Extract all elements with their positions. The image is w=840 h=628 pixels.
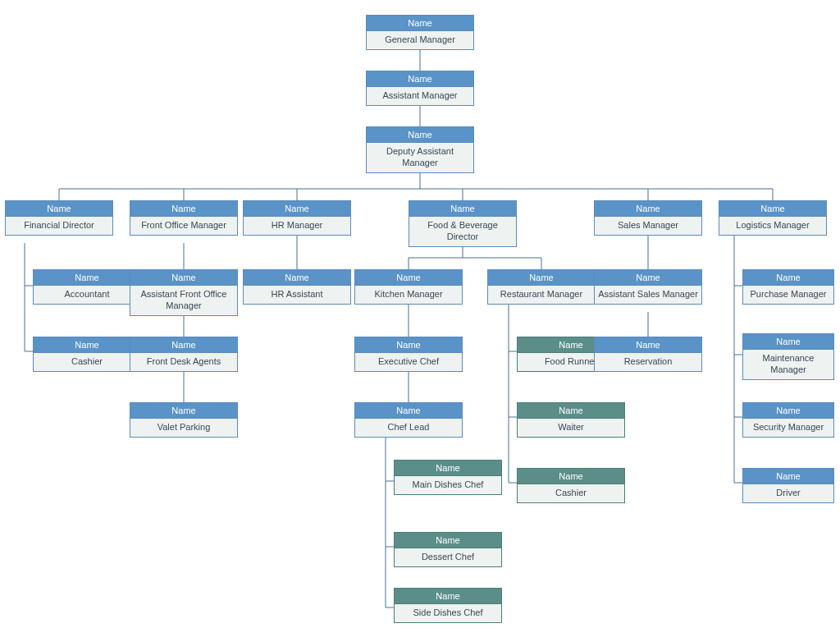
node-header: Name [34, 337, 140, 353]
node-header: Name [395, 533, 501, 548]
node-header: Name [355, 270, 462, 286]
node-side-dishes-chef: Name Side Dishes Chef [394, 588, 502, 623]
node-role: Deputy Assistant Manager [367, 143, 473, 172]
node-role: Purchase Manager [743, 286, 833, 304]
node-role: HR Assistant [244, 286, 350, 304]
node-role: Cashier [518, 484, 624, 502]
node-header: Name [130, 270, 237, 286]
node-header: Name [409, 201, 516, 217]
node-accountant: Name Accountant [33, 269, 141, 305]
node-cashier-finance: Name Cashier [33, 337, 141, 372]
node-hr-assistant: Name HR Assistant [243, 269, 351, 305]
node-header: Name [34, 270, 140, 286]
node-role: Side Dishes Chef [395, 604, 501, 622]
node-role: Restaurant Manager [488, 286, 595, 304]
node-role: Food & Beverage Director [409, 217, 516, 246]
node-header: Name [6, 201, 112, 217]
node-role: Chef Lead [355, 419, 462, 437]
node-header: Name [355, 337, 462, 353]
node-role: Valet Parking [130, 419, 237, 437]
node-sales-manager: Name Sales Manager [594, 200, 702, 236]
node-financial-director: Name Financial Director [5, 200, 113, 236]
node-header: Name [130, 201, 237, 217]
node-role: Cashier [34, 353, 140, 371]
node-header: Name [367, 71, 473, 87]
node-header: Name [743, 334, 833, 350]
node-logistics-manager: Name Logistics Manager [719, 200, 827, 236]
node-dessert-chef: Name Dessert Chef [394, 532, 502, 567]
node-header: Name [395, 589, 501, 604]
node-maintenance-manager: Name Maintenance Manager [742, 333, 834, 380]
node-header: Name [367, 127, 473, 143]
node-driver: Name Driver [742, 468, 834, 503]
node-role: HR Manager [244, 217, 350, 235]
node-header: Name [743, 270, 833, 286]
node-header: Name [518, 403, 624, 419]
node-main-dishes-chef: Name Main Dishes Chef [394, 460, 502, 495]
node-role: Reservation [595, 353, 701, 371]
node-security-manager: Name Security Manager [742, 402, 834, 438]
node-cashier-restaurant: Name Cashier [517, 468, 625, 503]
node-role: Maintenance Manager [743, 350, 833, 379]
node-role: Financial Director [6, 217, 112, 235]
node-role: Logistics Manager [719, 217, 826, 235]
node-food-beverage-director: Name Food & Beverage Director [409, 200, 517, 247]
node-valet-parking: Name Valet Parking [130, 402, 238, 438]
node-header: Name [518, 469, 624, 484]
node-header: Name [244, 270, 350, 286]
node-header: Name [595, 270, 701, 286]
node-header: Name [130, 337, 237, 353]
node-role: Waiter [518, 419, 624, 437]
node-role: Kitchen Manager [355, 286, 462, 304]
node-role: Front Office Manager [130, 217, 237, 235]
node-header: Name [395, 461, 501, 476]
node-purchase-manager: Name Purchase Manager [742, 269, 834, 305]
node-deputy-assistant-manager: Name Deputy Assistant Manager [366, 126, 474, 173]
node-role: Assistant Front Office Manager [130, 286, 237, 315]
node-role: Dessert Chef [395, 548, 501, 566]
node-kitchen-manager: Name Kitchen Manager [354, 269, 463, 305]
node-role: Main Dishes Chef [395, 476, 501, 494]
node-header: Name [743, 469, 833, 484]
node-chef-lead: Name Chef Lead [354, 402, 463, 438]
node-role: General Manager [367, 31, 473, 49]
node-header: Name [488, 270, 595, 286]
node-assistant-manager: Name Assistant Manager [366, 71, 474, 106]
node-assistant-front-office-manager: Name Assistant Front Office Manager [130, 269, 238, 316]
node-reservation: Name Reservation [594, 337, 702, 372]
node-header: Name [130, 403, 237, 419]
node-role: Front Desk Agents [130, 353, 237, 371]
node-header: Name [595, 337, 701, 353]
node-role: Accountant [34, 286, 140, 304]
node-role: Executive Chef [355, 353, 462, 371]
node-executive-chef: Name Executive Chef [354, 337, 463, 372]
node-general-manager: Name General Manager [366, 15, 474, 50]
node-header: Name [743, 403, 833, 419]
node-header: Name [355, 403, 462, 419]
node-header: Name [367, 16, 473, 31]
node-assistant-sales-manager: Name Assistant Sales Manager [594, 269, 702, 305]
node-role: Security Manager [743, 419, 833, 437]
node-role: Assistant Sales Manager [595, 286, 701, 304]
node-header: Name [595, 201, 701, 217]
node-role: Assistant Manager [367, 87, 473, 105]
node-restaurant-manager: Name Restaurant Manager [487, 269, 596, 305]
node-front-office-manager: Name Front Office Manager [130, 200, 238, 236]
node-role: Driver [743, 484, 833, 502]
node-waiter: Name Waiter [517, 402, 625, 438]
node-front-desk-agents: Name Front Desk Agents [130, 337, 238, 372]
node-hr-manager: Name HR Manager [243, 200, 351, 236]
node-role: Sales Manager [595, 217, 701, 235]
node-header: Name [244, 201, 350, 217]
node-header: Name [719, 201, 826, 217]
